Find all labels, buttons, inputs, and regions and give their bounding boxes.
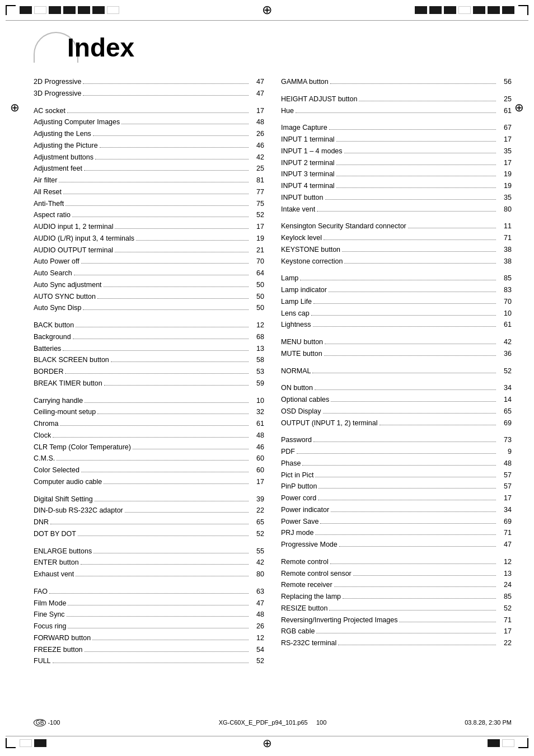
list-item: DOT BY DOT52 xyxy=(34,529,264,539)
list-item: ON button34 xyxy=(281,383,512,393)
entry-label: BACK button xyxy=(34,320,74,331)
entry-label: Keylock level xyxy=(281,233,322,243)
entry-dots xyxy=(92,640,249,640)
entry-label: Auto Search xyxy=(34,268,72,279)
list-item: OSD Display65 xyxy=(281,406,512,417)
entry-label: Lamp xyxy=(281,273,298,284)
section-gap xyxy=(34,581,264,586)
entry-dots xyxy=(81,564,249,565)
entry-page: 53 xyxy=(250,367,264,377)
list-item: INPUT button35 xyxy=(281,192,512,203)
entry-page: 60 xyxy=(250,453,264,464)
entry-dots xyxy=(324,240,496,240)
entry-label: INPUT 2 terminal xyxy=(281,158,335,168)
list-item: FREEZE button54 xyxy=(34,645,264,655)
top-bar: ⊕ xyxy=(0,0,534,20)
bar-seg xyxy=(20,6,32,14)
entry-dots xyxy=(73,339,249,339)
entry-page: 55 xyxy=(250,546,264,557)
section-gap xyxy=(281,215,512,221)
list-item: Intake vent80 xyxy=(281,204,512,215)
entry-page: 42 xyxy=(250,152,264,163)
list-item: Adjusting Computer Images48 xyxy=(34,117,264,128)
entry-page: 42 xyxy=(250,557,264,568)
list-item: BLACK SCREEN button58 xyxy=(34,355,264,365)
entry-label: NORMAL xyxy=(281,366,311,377)
entry-page: 73 xyxy=(498,435,512,445)
entry-page: 61 xyxy=(498,320,512,330)
corner-bracket-top-right xyxy=(518,5,528,15)
entry-page: 52 xyxy=(498,366,512,377)
entry-dots xyxy=(83,309,249,310)
entry-label: PinP button xyxy=(281,481,317,492)
entry-dots xyxy=(57,460,249,461)
entry-dots xyxy=(330,83,496,84)
list-item: Focus ring26 xyxy=(34,621,264,632)
bar-seg xyxy=(107,6,119,14)
list-item: 3D Progressive47 xyxy=(34,88,264,99)
left-crosshair-icon: ⊕ xyxy=(10,101,20,114)
entry-dots xyxy=(50,524,249,524)
entry-label: All Reset xyxy=(34,187,62,198)
entry-label: INPUT 1 – 4 modes xyxy=(281,146,343,157)
entry-page: 77 xyxy=(250,187,264,198)
entry-dots xyxy=(111,361,249,362)
entry-label: FULL xyxy=(34,656,51,666)
entry-label: INPUT button xyxy=(281,192,324,203)
entry-label: Intake vent xyxy=(281,204,315,215)
entry-page: 61 xyxy=(250,419,264,429)
entry-page: 42 xyxy=(498,337,512,348)
entry-dots xyxy=(93,135,249,136)
entry-page: 60 xyxy=(250,465,264,476)
entry-dots xyxy=(318,488,496,489)
entry-label: Auto Sync Disp xyxy=(34,303,81,313)
entry-dots xyxy=(78,536,249,536)
entry-page: 48 xyxy=(250,117,264,128)
entry-page: 17 xyxy=(498,626,512,637)
entry-label: DNR xyxy=(34,517,49,528)
corner-bracket-bottom-right xyxy=(518,738,528,748)
entry-label: Batteries xyxy=(34,344,61,354)
entry-label: Anti-Theft xyxy=(34,199,64,209)
entry-dots xyxy=(104,483,249,484)
entry-page: 12 xyxy=(498,557,512,567)
list-item: OUTPUT (INPUT 1, 2) terminal69 xyxy=(281,418,512,429)
entry-page: 75 xyxy=(250,199,264,209)
entry-dots xyxy=(67,616,249,617)
bar-seg xyxy=(49,6,61,14)
entry-page: 63 xyxy=(250,586,264,597)
entry-dots xyxy=(336,176,496,176)
entry-page: 70 xyxy=(498,297,512,307)
entry-dots xyxy=(344,263,496,264)
entry-label: GAMMA button xyxy=(281,77,329,87)
bar-seg xyxy=(502,6,514,14)
entry-dots xyxy=(297,453,496,454)
entry-page: 35 xyxy=(498,146,512,157)
list-item: AUDIO OUTPUT terminal21 xyxy=(34,245,264,256)
bar-seg xyxy=(488,739,500,747)
entry-page: 38 xyxy=(498,245,512,255)
entry-dots xyxy=(65,205,249,206)
list-item: Reversing/Inverting Projected Images71 xyxy=(281,615,512,626)
entry-page: 35 xyxy=(498,192,512,203)
entry-label: AUDIO input 1, 2 terminal xyxy=(34,222,113,232)
entry-dots xyxy=(325,199,496,200)
list-item: RESIZE button52 xyxy=(281,603,512,614)
entry-page: 69 xyxy=(498,418,512,429)
entry-page: 17 xyxy=(250,106,264,116)
entry-page: 69 xyxy=(498,516,512,527)
list-item: Film Mode47 xyxy=(34,598,264,609)
entry-dots xyxy=(104,287,249,287)
entry-dots xyxy=(81,263,249,264)
entry-label: Lightness xyxy=(281,320,311,330)
entry-dots xyxy=(399,622,496,622)
list-item: GAMMA button56 xyxy=(281,77,512,87)
list-item: AUTO SYNC button50 xyxy=(34,292,264,302)
entry-page: 57 xyxy=(498,481,512,492)
entry-dots xyxy=(63,194,249,194)
entry-dots xyxy=(68,628,249,628)
list-item: Lamp85 xyxy=(281,273,512,284)
page-title: Index xyxy=(67,32,134,63)
list-item: Anti-Theft75 xyxy=(34,199,264,209)
entry-page: 17 xyxy=(250,477,264,487)
